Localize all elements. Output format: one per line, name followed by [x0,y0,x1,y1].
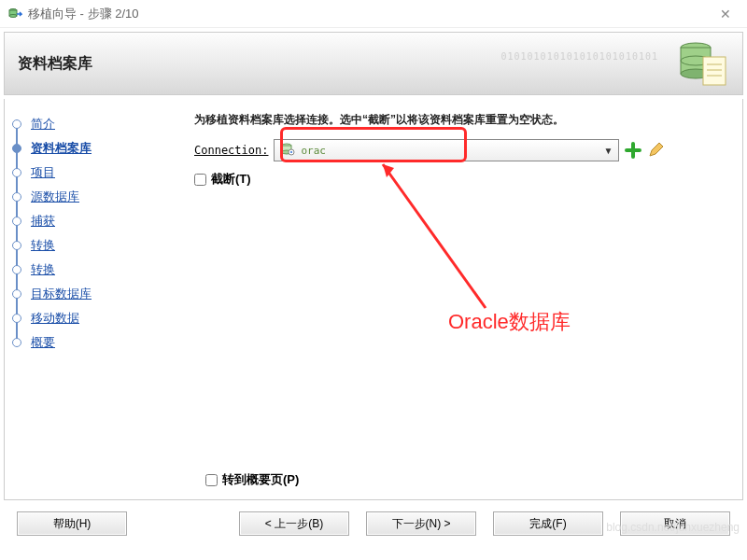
step-label[interactable]: 转换 [31,237,55,254]
step-label[interactable]: 资料档案库 [31,140,92,157]
add-connection-button[interactable] [625,142,641,159]
step-convert-1[interactable]: 转换 [12,233,170,258]
window-title: 移植向导 - 步骤 2/10 [28,6,712,22]
step-label[interactable]: 源数据库 [31,189,79,205]
step-target-db[interactable]: 目标数据库 [12,282,170,306]
step-label[interactable]: 转换 [31,261,55,278]
step-label[interactable]: 简介 [31,116,55,133]
wizard-header: 资料档案库 010101010101010101010101 [4,32,743,95]
step-summary[interactable]: 概要 [12,330,170,355]
connection-dropdown[interactable]: orac ▼ [274,139,619,161]
step-project[interactable]: 项目 [12,161,170,185]
connection-label: Connection: [194,144,268,157]
next-button[interactable]: 下一步(N) > [366,511,476,536]
svg-point-2 [9,14,17,17]
app-icon [7,7,22,21]
step-capture[interactable]: 捕获 [12,209,170,233]
instruction-text: 为移植资料档案库选择连接。选中“截断”以将该资料档案库重置为空状态。 [194,112,726,128]
database-icon [280,142,295,160]
step-sidebar: 简介 资料档案库 项目 源数据库 捕获 转换 转换 目标数据库 [5,99,177,499]
connection-row: Connection: orac ▼ [194,139,726,161]
step-source-db[interactable]: 源数据库 [12,185,170,209]
close-button[interactable]: ✕ [712,7,740,21]
goto-summary-label: 转到概要页(P) [222,471,299,488]
main-pane: 为移植资料档案库选择连接。选中“截断”以将该资料档案库重置为空状态。 Conne… [177,99,742,499]
truncate-label: 截断(T) [211,171,251,188]
page-title: 资料档案库 [18,54,92,74]
header-db-icon [675,38,731,93]
step-label[interactable]: 移动数据 [31,310,79,327]
help-button[interactable]: 帮助(H) [17,511,127,536]
chevron-down-icon: ▼ [604,146,613,156]
wizard-body: 简介 资料档案库 项目 源数据库 捕获 转换 转换 目标数据库 [4,99,743,500]
svg-rect-7 [703,57,726,85]
cancel-button[interactable]: 取消 [620,511,730,536]
step-label[interactable]: 项目 [31,164,55,181]
goto-summary-checkbox[interactable] [205,474,218,486]
step-label[interactable]: 概要 [31,334,55,351]
step-label[interactable]: 捕获 [31,213,55,230]
decorative-binary: 010101010101010101010101 [501,51,659,62]
connection-value: orac [301,145,326,157]
edit-connection-button[interactable] [647,142,664,159]
titlebar: 移植向导 - 步骤 2/10 ✕ [0,0,747,28]
goto-summary-row: 转到概要页(P) [205,471,299,488]
truncate-row: 截断(T) [194,171,726,188]
finish-button[interactable]: 完成(F) [493,511,603,536]
step-label[interactable]: 目标数据库 [31,286,92,302]
step-move-data[interactable]: 移动数据 [12,306,170,330]
step-repository[interactable]: 资料档案库 [12,136,170,161]
truncate-checkbox[interactable] [194,174,206,186]
step-convert-2[interactable]: 转换 [12,258,170,282]
button-bar: 帮助(H) < 上一步(B) 下一步(N) > 完成(F) 取消 [0,500,747,547]
back-button[interactable]: < 上一步(B) [239,511,349,536]
step-intro[interactable]: 简介 [12,112,170,136]
